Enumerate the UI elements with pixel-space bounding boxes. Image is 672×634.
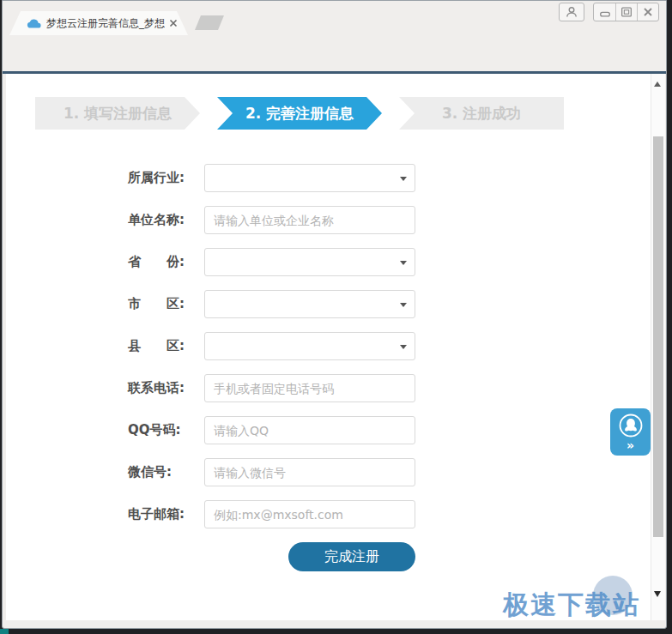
tab-close-icon[interactable] <box>169 19 178 27</box>
form-row: 微信号: <box>128 458 415 486</box>
city-label: 市 区: <box>128 290 204 318</box>
browser-toolbar: www.mxyun.com/Registration/Info <box>3 35 666 71</box>
form-row: 所属行业: <box>128 164 415 192</box>
company-label: 单位名称: <box>128 206 204 234</box>
province-select[interactable] <box>204 248 415 276</box>
form-row: 省 份: <box>128 248 415 276</box>
chevron-down-icon <box>400 177 407 184</box>
step-2-complete-info: 2. 完善注册信息 <box>217 97 382 130</box>
browser-window: 梦想云注册完善信息_梦想 <box>2 0 667 629</box>
expand-chevrons-icon: » <box>627 439 634 451</box>
email-label: 电子邮箱: <box>128 500 204 528</box>
page-scrollbar[interactable] <box>651 74 665 620</box>
screen: 梦想云注册完善信息_梦想 <box>0 0 672 634</box>
phone-input[interactable] <box>204 374 415 402</box>
maximize-button[interactable] <box>615 3 637 21</box>
chevron-down-icon <box>400 261 407 269</box>
close-button[interactable] <box>637 3 658 21</box>
minimize-button[interactable] <box>594 3 615 21</box>
chevron-down-icon <box>400 345 407 353</box>
desktop-corner <box>0 629 9 634</box>
browser-tab[interactable]: 梦想云注册完善信息_梦想 <box>9 11 188 35</box>
industry-select-value <box>205 171 222 184</box>
form-row: QQ号码: <box>128 416 415 444</box>
form-row: 县 区: <box>128 332 415 360</box>
qq-penguin-icon <box>618 413 644 438</box>
wizard-steps: 1. 填写注册信息 2. 完善注册信息 3. 注册成功 <box>35 97 564 130</box>
industry-label: 所属行业: <box>128 164 204 192</box>
province-label: 省 份: <box>128 248 204 276</box>
window-controls <box>593 3 659 21</box>
maximize-icon <box>620 5 633 19</box>
scroll-up-arrow-icon[interactable] <box>654 78 661 87</box>
province-select-value <box>205 255 222 269</box>
form-row: 联系电话: <box>128 374 415 402</box>
wechat-label: 微信号: <box>128 458 204 486</box>
email-input[interactable] <box>204 500 415 528</box>
form-row: 市 区: <box>128 290 415 318</box>
qq-label: QQ号码: <box>128 416 204 444</box>
scroll-down-arrow-icon[interactable] <box>654 591 661 601</box>
form-row: 单位名称: <box>128 206 415 234</box>
company-name-input[interactable] <box>204 206 415 234</box>
cloud-favicon-icon <box>27 18 41 29</box>
chevron-down-icon <box>400 303 407 311</box>
wechat-input[interactable] <box>204 458 415 486</box>
qq-number-input[interactable] <box>204 416 415 444</box>
tab-strip: 梦想云注册完善信息_梦想 <box>3 1 666 35</box>
step-1-fill-info: 1. 填写注册信息 <box>35 97 200 130</box>
close-icon <box>641 5 655 19</box>
county-label: 县 区: <box>128 332 204 360</box>
registration-form: 所属行业: 单位名称: 省 份: <box>128 164 415 571</box>
new-tab-button[interactable] <box>195 15 224 30</box>
qq-contact-widget[interactable]: » <box>610 408 651 456</box>
step-3-success: 3. 注册成功 <box>399 97 564 130</box>
scrollbar-thumb[interactable] <box>653 136 663 537</box>
profile-button[interactable] <box>559 3 584 21</box>
user-icon <box>565 5 578 19</box>
city-select-value <box>205 297 222 311</box>
phone-label: 联系电话: <box>128 374 204 402</box>
county-select-value <box>205 339 222 353</box>
form-row: 电子邮箱: <box>128 500 415 528</box>
city-select[interactable] <box>204 290 415 318</box>
industry-select[interactable] <box>204 164 415 192</box>
county-select[interactable] <box>204 332 415 360</box>
complete-registration-button[interactable]: 完成注册 <box>288 542 415 571</box>
tab-title: 梦想云注册完善信息_梦想 <box>46 16 165 31</box>
minimize-icon <box>598 5 612 19</box>
page-content: 1. 填写注册信息 2. 完善注册信息 3. 注册成功 所属行业: 单位名称: <box>6 74 651 620</box>
